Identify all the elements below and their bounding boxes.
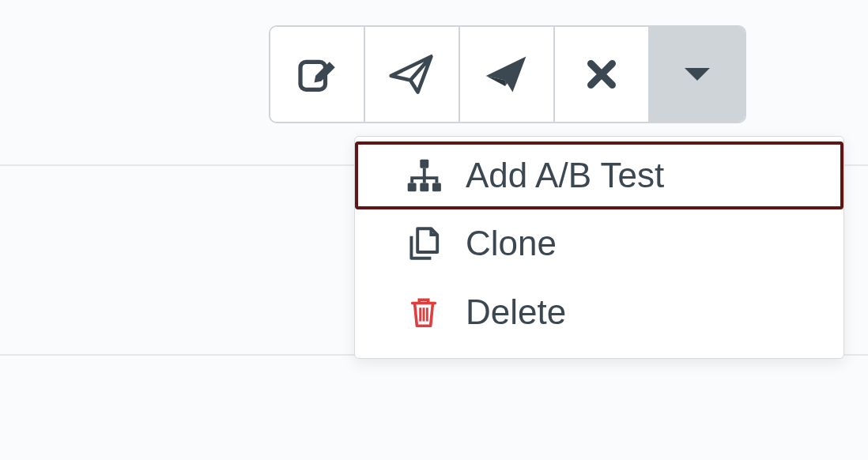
paper-plane-solid-icon bbox=[483, 51, 530, 98]
edit-button[interactable] bbox=[270, 27, 365, 122]
edit-icon bbox=[295, 52, 339, 96]
menu-item-label: Clone bbox=[466, 224, 557, 263]
action-toolbar bbox=[269, 25, 746, 123]
menu-item-clone[interactable]: Clone bbox=[355, 209, 843, 277]
sitemap-icon bbox=[402, 156, 445, 195]
send-button[interactable] bbox=[460, 27, 555, 122]
svg-rect-1 bbox=[420, 160, 428, 168]
caret-down-icon bbox=[683, 65, 711, 84]
background-band-3 bbox=[0, 356, 868, 460]
paper-plane-outline-icon bbox=[388, 51, 436, 98]
more-actions-dropdown: Add A/B Test Clone Delete bbox=[354, 136, 844, 359]
cancel-button[interactable] bbox=[555, 27, 650, 122]
clone-icon bbox=[402, 224, 445, 263]
trash-icon bbox=[402, 292, 445, 333]
menu-item-add-ab-test[interactable]: Add A/B Test bbox=[355, 141, 843, 209]
svg-rect-2 bbox=[408, 183, 417, 191]
menu-item-label: Add A/B Test bbox=[466, 156, 664, 195]
more-actions-button[interactable] bbox=[650, 27, 745, 122]
send-test-button[interactable] bbox=[365, 27, 460, 122]
menu-item-label: Delete bbox=[466, 292, 566, 332]
close-icon bbox=[583, 55, 621, 93]
svg-rect-4 bbox=[432, 183, 441, 191]
svg-rect-3 bbox=[420, 183, 428, 191]
menu-item-delete[interactable]: Delete bbox=[355, 277, 843, 347]
